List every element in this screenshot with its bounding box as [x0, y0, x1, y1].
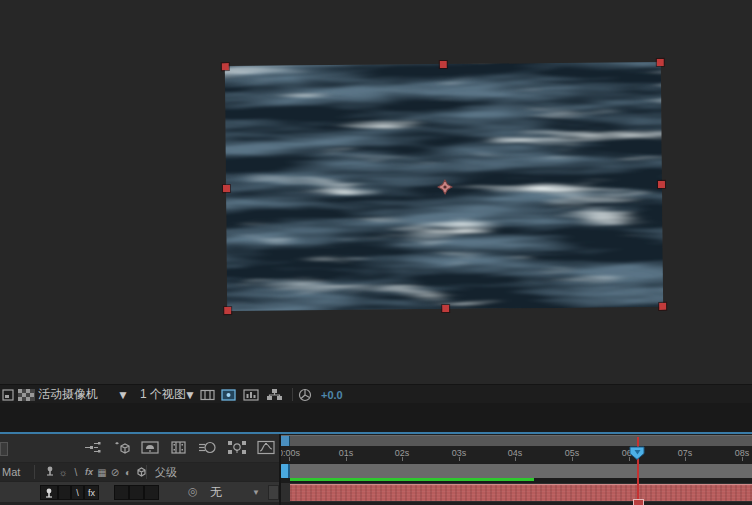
composition-canvas[interactable]	[225, 62, 663, 311]
transparency-grid-icon[interactable]	[18, 385, 35, 404]
work-area-start-handle[interactable]	[281, 436, 290, 446]
chevron-down-icon[interactable]: ▼	[184, 385, 196, 404]
column-divider	[34, 465, 35, 479]
motion-blur-toggle[interactable]	[129, 485, 144, 500]
handle-bottom-center[interactable]	[442, 305, 449, 312]
empty-cell	[268, 485, 279, 500]
view-layout-menu[interactable]: 1 个视图	[140, 385, 186, 404]
parent-column-label: 父级	[155, 463, 177, 481]
mini-flowchart-icon[interactable]	[82, 439, 102, 456]
partial-icon	[0, 442, 8, 456]
viewer-toolbar: 活动摄像机 ▼ 1 个视图 ▼ +0.0	[0, 384, 752, 404]
chevron-down-icon[interactable]: ▼	[252, 482, 260, 502]
ruler-tick	[402, 457, 403, 461]
quality-toggle[interactable]: \	[71, 485, 84, 500]
effects-toggle[interactable]: fx	[84, 485, 99, 500]
layer-in-point-handle[interactable]	[281, 464, 290, 478]
parent-select[interactable]: 无	[210, 482, 222, 502]
after-effects-window: 活动摄像机 ▼ 1 个视图 ▼ +0.0	[0, 0, 752, 505]
ruler-tick	[572, 457, 573, 461]
time-ruler[interactable]: 0:00s 01s 02s 03s 04s 05s 06s 07s 08s	[281, 446, 752, 463]
fast-previews-icon[interactable]	[221, 385, 236, 404]
motion-blur-icon[interactable]	[198, 439, 218, 456]
ruler-tick	[742, 457, 743, 461]
motion-blur-icon: ⊘	[109, 467, 121, 478]
handle-middle-left[interactable]	[223, 185, 230, 192]
current-time-indicator[interactable]	[629, 446, 646, 461]
view-layout-label: 1 个视图	[140, 386, 186, 403]
flowchart-icon[interactable]	[266, 385, 283, 404]
ruler-tick	[289, 457, 290, 461]
draft-3d-icon[interactable]	[111, 439, 131, 456]
pixel-aspect-icon[interactable]	[200, 385, 215, 404]
panel-gap	[0, 403, 752, 432]
reset-exposure-icon[interactable]	[298, 385, 312, 404]
region-of-interest-icon[interactable]	[2, 385, 14, 404]
adjustment-layer-icon: ◐	[122, 467, 134, 478]
switches-header: ☼ \ fx ▦ ⊘ ◐	[44, 463, 147, 481]
shy-layers-icon[interactable]	[140, 439, 160, 456]
effects-icon: fx	[83, 467, 95, 477]
playhead-foot-handle[interactable]	[633, 499, 644, 505]
trkmat-column-label: Mat	[2, 463, 20, 481]
timeline-panel: Mat ☼ \ fx ▦ ⊘ ◐ 父级	[0, 434, 752, 505]
exposure-value[interactable]: +0.0	[321, 385, 343, 404]
anchor-point-icon[interactable]	[437, 179, 453, 195]
collapse-toggle[interactable]	[58, 485, 71, 500]
work-area-bar[interactable]	[281, 435, 752, 446]
layer-track	[281, 483, 752, 502]
handle-top-right[interactable]	[657, 59, 664, 66]
frame-blend-icon: ▦	[96, 467, 108, 478]
cached-frames-indicator	[290, 478, 534, 481]
timeline-icon[interactable]	[243, 385, 259, 404]
handle-middle-right[interactable]	[658, 181, 665, 188]
ruler-label: 0:00s	[281, 448, 300, 458]
frame-blend-icon[interactable]	[169, 439, 189, 456]
handle-bottom-right[interactable]	[659, 303, 666, 310]
quality-icon: \	[70, 467, 82, 478]
chevron-down-icon[interactable]: ▼	[117, 385, 129, 404]
layer-duration-bar[interactable]	[290, 484, 752, 501]
camera-view-menu[interactable]: 活动摄像机	[38, 385, 98, 404]
column-divider	[146, 465, 147, 479]
timeline-column-headers: Mat ☼ \ fx ▦ ⊘ ◐ 父级	[0, 463, 279, 481]
ruler-tick	[515, 457, 516, 461]
handle-bottom-left[interactable]	[224, 307, 231, 314]
timeline-left-pane: Mat ☼ \ fx ▦ ⊘ ◐ 父级	[0, 434, 279, 505]
shy-icon	[44, 466, 56, 478]
ruler-tick	[459, 457, 460, 461]
frame-blend-toggle[interactable]	[114, 485, 129, 500]
ruler-tick	[685, 457, 686, 461]
shy-toggle[interactable]	[40, 485, 58, 500]
brainstorm-icon[interactable]	[227, 439, 247, 456]
handle-top-left[interactable]	[222, 63, 229, 70]
handle-top-center[interactable]	[440, 61, 447, 68]
collapse-transformations-icon: ☼	[57, 467, 69, 478]
pickwhip-icon[interactable]: ◎	[188, 485, 198, 498]
ruler-tick	[346, 457, 347, 461]
adjustment-toggle[interactable]	[144, 485, 159, 500]
camera-view-label: 活动摄像机	[38, 386, 98, 403]
graph-editor-icon[interactable]	[256, 439, 276, 456]
composition-viewer[interactable]	[0, 0, 752, 383]
timeline-toolbar-row	[0, 434, 279, 462]
timeline-track-area: 0:00s 01s 02s 03s 04s 05s 06s 07s 08s	[281, 434, 752, 505]
track-header-band	[281, 464, 752, 478]
layer-row-switches: \ fx ◎ 无 ▼	[0, 482, 279, 502]
toolbar-divider	[292, 388, 293, 401]
